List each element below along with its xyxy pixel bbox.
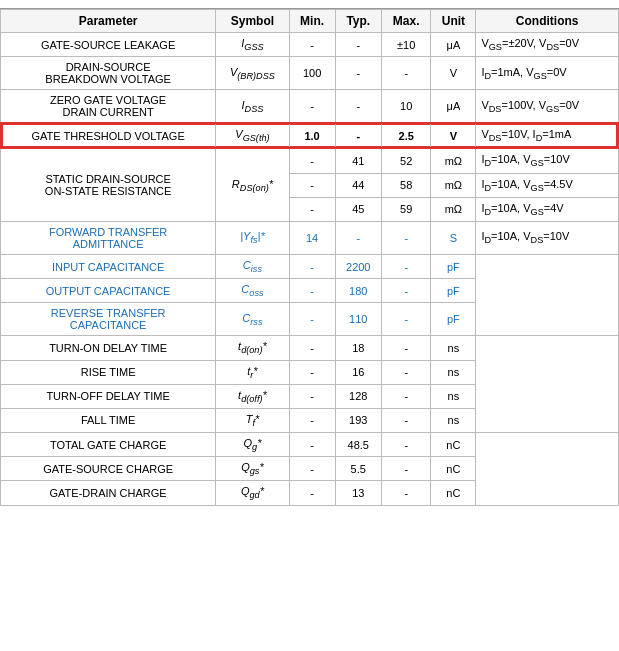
min-cell: - — [289, 481, 335, 505]
symbol-cell: |Yfs|* — [216, 221, 289, 254]
min-cell: - — [289, 336, 335, 360]
symbol-cell: Qgd* — [216, 481, 289, 505]
unit-cell: mΩ — [431, 197, 476, 221]
param-cell: INPUT CAPACITANCE — [1, 254, 216, 278]
table-row: TOTAL GATE CHARGEQg*-48.5-nC — [1, 433, 619, 457]
param-cell: FALL TIME — [1, 408, 216, 432]
max-cell: - — [382, 303, 431, 336]
max-cell: - — [382, 457, 431, 481]
typ-cell: 13 — [335, 481, 382, 505]
unit-cell: S — [431, 221, 476, 254]
param-cell: OUTPUT CAPACITANCE — [1, 279, 216, 303]
max-cell: - — [382, 384, 431, 408]
symbol-cell: IDSS — [216, 90, 289, 124]
max-cell: - — [382, 433, 431, 457]
typ-cell: 2200 — [335, 254, 382, 278]
max-cell: 2.5 — [382, 123, 431, 148]
symbol-cell: IGSS — [216, 33, 289, 57]
min-cell: 1.0 — [289, 123, 335, 148]
symbol-cell: VGS(th) — [216, 123, 289, 148]
max-cell: - — [382, 221, 431, 254]
typ-cell: 110 — [335, 303, 382, 336]
conditions-cell: ID=10A, VGS=4V — [476, 197, 619, 221]
header — [0, 0, 619, 9]
unit-cell: nC — [431, 481, 476, 505]
min-cell: - — [289, 457, 335, 481]
unit-cell: V — [431, 123, 476, 148]
typ-cell: 128 — [335, 384, 382, 408]
min-cell: - — [289, 384, 335, 408]
conditions-cell: ID=10A, VGS=10V — [476, 148, 619, 173]
symbol-cell: RDS(on)* — [216, 148, 289, 221]
typ-cell: 16 — [335, 360, 382, 384]
table-row: GATE THRESHOLD VOLTAGEVGS(th)1.0-2.5VVDS… — [1, 123, 619, 148]
max-cell: - — [382, 254, 431, 278]
min-cell: - — [289, 303, 335, 336]
col-header-symbol: Symbol — [216, 10, 289, 33]
symbol-cell: td(on)* — [216, 336, 289, 360]
conditions-cell — [476, 254, 619, 335]
min-cell: - — [289, 408, 335, 432]
unit-cell: nC — [431, 457, 476, 481]
symbol-cell: Tf* — [216, 408, 289, 432]
unit-cell: pF — [431, 303, 476, 336]
col-header-typ: Typ. — [335, 10, 382, 33]
symbol-cell: Ciss — [216, 254, 289, 278]
unit-cell: V — [431, 57, 476, 90]
min-cell: - — [289, 173, 335, 197]
typ-cell: - — [335, 90, 382, 124]
param-cell: GATE-DRAIN CHARGE — [1, 481, 216, 505]
max-cell: - — [382, 279, 431, 303]
param-cell: STATIC DRAIN-SOURCEON-STATE RESISTANCE — [1, 148, 216, 221]
typ-cell: - — [335, 123, 382, 148]
typ-cell: 45 — [335, 197, 382, 221]
param-cell: TURN-OFF DELAY TIME — [1, 384, 216, 408]
conditions-cell: VDS=10V, ID=1mA — [476, 123, 619, 148]
unit-cell: μA — [431, 90, 476, 124]
typ-cell: 18 — [335, 336, 382, 360]
unit-cell: ns — [431, 360, 476, 384]
typ-cell: - — [335, 221, 382, 254]
param-cell: RISE TIME — [1, 360, 216, 384]
conditions-cell — [476, 336, 619, 433]
typ-cell: - — [335, 33, 382, 57]
max-cell: - — [382, 57, 431, 90]
conditions-cell — [476, 433, 619, 506]
max-cell: ±10 — [382, 33, 431, 57]
min-cell: 100 — [289, 57, 335, 90]
param-cell: TOTAL GATE CHARGE — [1, 433, 216, 457]
unit-cell: ns — [431, 336, 476, 360]
conditions-cell: ID=10A, VGS=4.5V — [476, 173, 619, 197]
table-row: STATIC DRAIN-SOURCEON-STATE RESISTANCERD… — [1, 148, 619, 173]
unit-cell: pF — [431, 254, 476, 278]
typ-cell: - — [335, 57, 382, 90]
unit-cell: mΩ — [431, 148, 476, 173]
param-cell: ZERO GATE VOLTAGEDRAIN CURRENT — [1, 90, 216, 124]
min-cell: 14 — [289, 221, 335, 254]
table-header-row: Parameter Symbol Min. Typ. Max. Unit Con… — [1, 10, 619, 33]
min-cell: - — [289, 254, 335, 278]
max-cell: 52 — [382, 148, 431, 173]
unit-cell: mΩ — [431, 173, 476, 197]
table-row: INPUT CAPACITANCECiss-2200-pF — [1, 254, 619, 278]
param-cell: GATE-SOURCE LEAKAGE — [1, 33, 216, 57]
min-cell: - — [289, 360, 335, 384]
min-cell: - — [289, 33, 335, 57]
min-cell: - — [289, 90, 335, 124]
unit-cell: μA — [431, 33, 476, 57]
typ-cell: 5.5 — [335, 457, 382, 481]
conditions-cell: ID=1mA, VGS=0V — [476, 57, 619, 90]
header-title — [0, 0, 619, 9]
symbol-cell: td(off)* — [216, 384, 289, 408]
min-cell: - — [289, 148, 335, 173]
col-header-max: Max. — [382, 10, 431, 33]
param-cell: TURN-ON DELAY TIME — [1, 336, 216, 360]
table-row: DRAIN-SOURCEBREAKDOWN VOLTAGEV(BR)DSS100… — [1, 57, 619, 90]
conditions-cell: ID=10A, VDS=10V — [476, 221, 619, 254]
typ-cell: 44 — [335, 173, 382, 197]
symbol-cell: Coss — [216, 279, 289, 303]
col-header-conditions: Conditions — [476, 10, 619, 33]
symbol-cell: Qg* — [216, 433, 289, 457]
col-header-min: Min. — [289, 10, 335, 33]
symbol-cell: Qgs* — [216, 457, 289, 481]
